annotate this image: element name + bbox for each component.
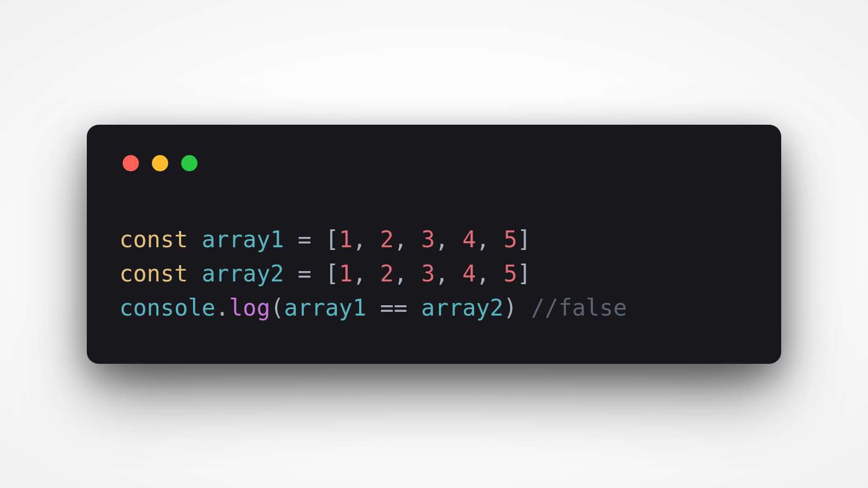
- code-token: [407, 226, 421, 253]
- window-minimize-icon[interactable]: [152, 155, 168, 171]
- window-zoom-icon[interactable]: [181, 155, 197, 171]
- code-token: [311, 260, 325, 287]
- code-token: 2: [380, 226, 394, 253]
- code-token: ,: [353, 260, 366, 287]
- code-token: ,: [353, 226, 366, 253]
- code-token: array2: [421, 294, 503, 321]
- code-token: array2: [202, 260, 284, 287]
- code-token: ,: [435, 226, 449, 253]
- code-block: const array1 = [1, 2, 3, 4, 5] const arr…: [119, 222, 749, 325]
- code-token: [188, 226, 201, 253]
- code-token: console: [119, 294, 215, 321]
- code-token: 4: [462, 226, 476, 253]
- code-token: [449, 226, 462, 253]
- code-token: 4: [462, 260, 476, 287]
- code-token: 3: [421, 260, 435, 287]
- code-token: ,: [394, 226, 407, 253]
- traffic-lights: [119, 155, 749, 171]
- window-close-icon[interactable]: [123, 155, 139, 171]
- code-token: ): [503, 294, 517, 321]
- code-token: [366, 226, 380, 253]
- code-token: [366, 294, 380, 321]
- code-token: 1: [339, 226, 353, 253]
- code-token: 2: [380, 260, 394, 287]
- code-token: 5: [503, 260, 517, 287]
- code-token: log: [229, 294, 270, 321]
- code-token: (: [270, 294, 284, 321]
- code-token: [490, 260, 503, 287]
- code-token: ,: [435, 260, 449, 287]
- code-token: [407, 260, 421, 287]
- code-token: ,: [476, 260, 490, 287]
- code-token: =: [298, 226, 311, 253]
- code-token: //false: [531, 294, 627, 321]
- code-token: [284, 226, 297, 253]
- code-token: [: [325, 226, 339, 253]
- code-token: [284, 260, 297, 287]
- code-token: ,: [394, 260, 407, 287]
- code-token: ==: [380, 294, 407, 321]
- code-window: const array1 = [1, 2, 3, 4, 5] const arr…: [87, 125, 781, 364]
- code-token: ]: [518, 260, 531, 287]
- code-token: .: [215, 294, 229, 321]
- code-token: 5: [503, 226, 517, 253]
- code-token: array1: [202, 226, 284, 253]
- code-token: =: [298, 260, 311, 287]
- code-token: 3: [421, 226, 435, 253]
- code-token: [407, 294, 421, 321]
- code-token: array1: [284, 294, 366, 321]
- code-token: const: [119, 226, 188, 253]
- code-token: [449, 260, 462, 287]
- code-token: [188, 260, 201, 287]
- code-token: ,: [476, 226, 490, 253]
- code-token: [311, 226, 325, 253]
- code-token: const: [119, 260, 188, 287]
- code-token: 1: [339, 260, 353, 287]
- code-token: [490, 226, 503, 253]
- code-token: [517, 294, 531, 321]
- code-token: [366, 260, 380, 287]
- code-token: [: [325, 260, 339, 287]
- code-token: ]: [518, 226, 531, 253]
